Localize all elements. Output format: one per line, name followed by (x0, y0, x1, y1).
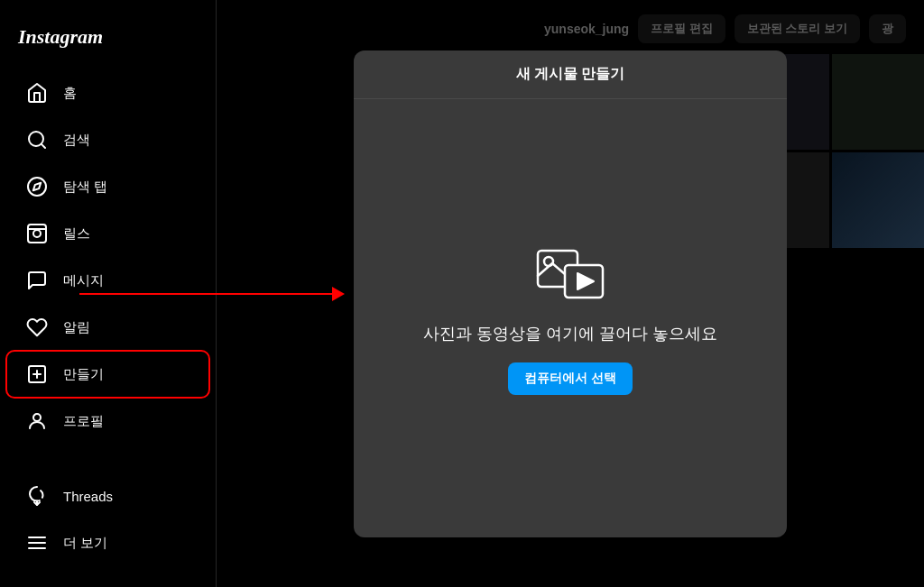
sidebar-item-notifications-label: 알림 (63, 319, 90, 336)
svg-point-10 (33, 414, 41, 421)
sidebar-item-home[interactable]: 홈 (7, 70, 208, 115)
upload-description: 사진과 동영상을 여기에 끌어다 놓으세요 (423, 323, 717, 344)
logo: Instagram (0, 14, 216, 70)
compass-icon (25, 175, 49, 198)
svg-point-5 (33, 230, 41, 237)
app-logo: Instagram (18, 25, 103, 48)
modal-title: 새 게시물 만들기 (516, 65, 625, 84)
sidebar-item-home-label: 홈 (63, 85, 77, 102)
sidebar-item-create[interactable]: 만들기 (7, 352, 208, 397)
sidebar-item-search[interactable]: 검색 (7, 117, 208, 162)
search-icon (25, 128, 49, 151)
sidebar-item-more-label: 더 보기 (63, 535, 107, 552)
sidebar-item-search-label: 검색 (63, 132, 90, 149)
create-icon (25, 362, 49, 386)
sidebar-item-threads-label: Threads (63, 489, 113, 504)
svg-point-2 (28, 178, 46, 196)
sidebar-item-notifications[interactable]: 알림 (7, 305, 208, 350)
sidebar-item-reels-label: 릴스 (63, 225, 90, 243)
sidebar-item-explore[interactable]: 탐색 탭 (7, 164, 208, 209)
svg-line-1 (42, 144, 45, 148)
home-icon (25, 81, 49, 105)
threads-icon (25, 484, 49, 508)
create-post-modal: 새 게시물 만들기 사진과 동영상을 여기에 끌어다 놓으세요 (354, 50, 787, 537)
heart-icon (25, 316, 49, 339)
sidebar-nav: 홈 검색 탐색 탭 (0, 70, 216, 473)
profile-avatar-icon (25, 409, 49, 433)
select-from-computer-button[interactable]: 컴퓨터에서 선택 (508, 362, 633, 395)
sidebar-item-explore-label: 탐색 탭 (63, 179, 107, 196)
message-icon (25, 269, 49, 292)
sidebar-item-reels[interactable]: 릴스 (7, 211, 208, 256)
menu-icon (25, 531, 49, 555)
sidebar-item-profile[interactable]: 프로필 (7, 399, 208, 444)
sidebar-item-create-label: 만들기 (63, 366, 104, 383)
reels-icon (25, 222, 49, 245)
sidebar-item-profile-label: 프로필 (63, 413, 104, 430)
upload-icon-area (534, 242, 606, 305)
arrow-indicator (79, 287, 345, 301)
svg-marker-3 (33, 183, 41, 190)
modal-header: 새 게시물 만들기 (354, 50, 787, 99)
sidebar-item-threads[interactable]: Threads (7, 473, 208, 518)
arrow-head (332, 287, 345, 301)
sidebar-bottom: Threads 더 보기 (0, 473, 216, 573)
modal-body: 사진과 동영상을 여기에 끌어다 놓으세요 컴퓨터에서 선택 (423, 99, 717, 537)
svg-rect-4 (28, 225, 46, 243)
sidebar-item-more[interactable]: 더 보기 (7, 520, 208, 565)
arrow-line (79, 293, 332, 295)
